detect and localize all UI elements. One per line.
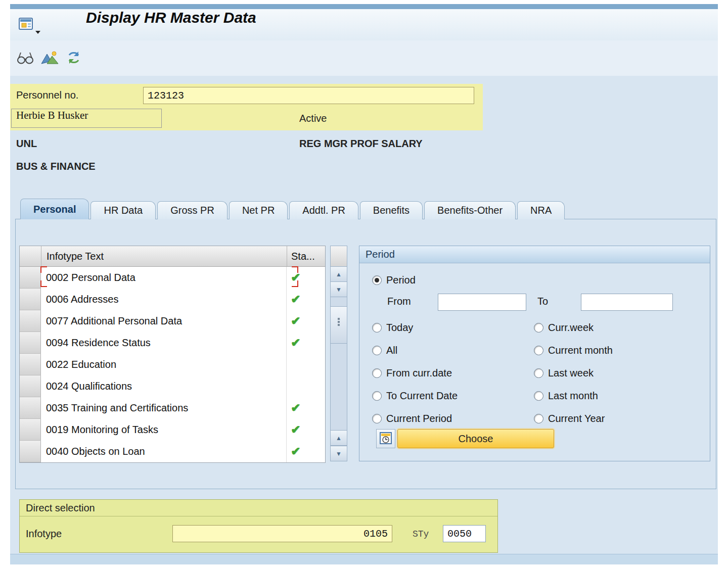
scrollbar-thumb[interactable] xyxy=(330,306,347,344)
green-check-icon: ✔ xyxy=(291,271,300,284)
row-select-button[interactable] xyxy=(20,310,41,332)
green-check-icon: ✔ xyxy=(291,401,300,414)
row-select-button[interactable] xyxy=(20,397,41,419)
radio-icon xyxy=(372,414,382,423)
window-top-strip xyxy=(10,4,718,9)
infotype-row-label[interactable]: 0035 Training and Certifications xyxy=(41,397,287,419)
infotype-row-label[interactable]: 0006 Addresses xyxy=(41,289,287,310)
mountains-overview-icon[interactable] xyxy=(39,48,60,68)
refresh-icon[interactable] xyxy=(64,48,84,68)
tab-nra[interactable]: NRA xyxy=(517,201,565,219)
chevron-down-icon xyxy=(35,31,40,34)
table-row: 0035 Training and Certifications ✔ xyxy=(20,397,325,419)
table-row: 0019 Monitoring of Tasks ✔ xyxy=(20,419,325,441)
direct-selection-group: Direct selection Infotype STy xyxy=(19,499,498,553)
table-scrollbar[interactable]: ▲ ▼ ▲ ▼ xyxy=(330,246,347,461)
radio-label: Current Year xyxy=(548,413,605,424)
radio-today[interactable]: Today xyxy=(372,321,413,334)
radio-curr-week[interactable]: Curr.week xyxy=(534,321,594,334)
infotype-row-label[interactable]: 0040 Objects on Loan xyxy=(41,441,287,462)
subtype-input[interactable] xyxy=(443,525,486,542)
radio-to-current-date[interactable]: To Current Date xyxy=(372,389,458,402)
infotype-row-label[interactable]: 0019 Monitoring of Tasks xyxy=(41,419,287,441)
radio-icon xyxy=(372,346,382,355)
period-from-input[interactable] xyxy=(438,294,526,311)
infotype-row-label[interactable]: 0024 Qualifications xyxy=(41,375,287,397)
transaction-window-icon xyxy=(18,17,38,33)
org-unit-text: BUS & FINANCE xyxy=(16,157,96,175)
table-row: 0040 Objects on Loan ✔ xyxy=(20,441,325,462)
radio-all[interactable]: All xyxy=(372,344,397,357)
row-select-button[interactable] xyxy=(20,289,41,310)
tab-hr-data[interactable]: HR Data xyxy=(90,201,156,219)
green-check-icon: ✔ xyxy=(291,423,300,436)
status-column-header[interactable]: Sta... xyxy=(287,246,325,266)
row-select-button[interactable] xyxy=(20,419,41,441)
radio-icon xyxy=(534,323,543,333)
status-strip xyxy=(10,554,718,564)
radio-icon xyxy=(534,391,543,401)
radio-label: Current month xyxy=(548,345,613,356)
to-label: To xyxy=(537,296,548,307)
row-select-button[interactable] xyxy=(20,267,41,289)
from-label: From xyxy=(387,296,411,307)
radio-icon xyxy=(534,368,543,378)
table-row: 0002 Personal Data ✔ xyxy=(20,267,325,289)
row-select-button[interactable] xyxy=(20,332,41,354)
period-calendar-icon[interactable] xyxy=(376,429,395,448)
radio-label: All xyxy=(386,345,397,356)
period-to-input[interactable] xyxy=(581,294,673,311)
personnel-no-input[interactable] xyxy=(143,87,474,104)
infotype-table: Infotype Text Sta... 0002 Personal Data … xyxy=(19,246,326,463)
glasses-display-icon[interactable] xyxy=(15,48,35,68)
row-select-button[interactable] xyxy=(20,441,41,462)
row-status-cell: ✔ xyxy=(287,397,325,419)
tab-gross-pr[interactable]: Gross PR xyxy=(157,201,228,219)
select-all-column-header[interactable] xyxy=(20,246,41,266)
sap-window: Display HR Master Data xyxy=(10,4,718,564)
radio-current-period[interactable]: Current Period xyxy=(372,412,452,425)
radio-from-curr-date[interactable]: From curr.date xyxy=(372,366,452,380)
scroll-down-icon[interactable]: ▼ xyxy=(331,282,347,297)
transaction-menu-icon[interactable] xyxy=(15,16,41,35)
radio-label: To Current Date xyxy=(386,390,458,402)
tab-benefits-other[interactable]: Benefits-Other xyxy=(424,201,516,219)
scrollbar-track[interactable] xyxy=(331,297,347,430)
infotype-input[interactable] xyxy=(172,525,392,542)
radio-current-year[interactable]: Current Year xyxy=(534,412,605,425)
green-check-icon: ✔ xyxy=(291,445,300,458)
row-status-cell: ✔ xyxy=(287,375,325,397)
infotype-text-column-header[interactable]: Infotype Text xyxy=(41,246,287,266)
scroll-page-up-icon[interactable]: ▲ xyxy=(331,430,347,446)
row-status-cell: ✔ xyxy=(287,267,325,289)
infotype-row-label[interactable]: 0002 Personal Data xyxy=(41,267,287,289)
radio-current-month[interactable]: Current month xyxy=(534,344,613,357)
tab-net-pr[interactable]: Net PR xyxy=(229,201,288,219)
period-panel: Period Period From To Today Curr.week Al… xyxy=(359,246,710,461)
tab-personal[interactable]: Personal xyxy=(20,199,89,219)
row-select-button[interactable] xyxy=(20,375,41,397)
tab-benefits[interactable]: Benefits xyxy=(360,201,423,219)
radio-period[interactable]: Period xyxy=(372,273,416,287)
infotype-row-label[interactable]: 0077 Additional Personal Data xyxy=(41,310,287,332)
radio-last-week[interactable]: Last week xyxy=(534,366,594,380)
radio-label: Today xyxy=(386,322,413,334)
table-row: 0077 Additional Personal Data ✔ xyxy=(20,310,325,332)
employee-name-field[interactable]: Herbie B Husker xyxy=(11,109,162,128)
scroll-page-down-icon[interactable]: ▼ xyxy=(331,446,347,461)
position-text: REG MGR PROF SALARY xyxy=(299,134,423,153)
table-row: 0024 Qualifications ✔ xyxy=(20,375,325,397)
application-toolbar xyxy=(10,40,718,76)
row-select-button[interactable] xyxy=(20,354,41,375)
infotype-row-label[interactable]: 0094 Residence Status xyxy=(41,332,287,354)
radio-period-label: Period xyxy=(386,274,416,286)
infotype-row-label[interactable]: 0022 Education xyxy=(41,354,287,375)
radio-label: Current Period xyxy=(386,413,452,424)
scrollbar-header-spacer xyxy=(331,246,347,267)
tab-addtl-pr[interactable]: Addtl. PR xyxy=(289,201,358,219)
radio-last-month[interactable]: Last month xyxy=(534,389,598,402)
radio-selected-icon xyxy=(372,275,382,285)
choose-button[interactable]: Choose xyxy=(397,429,554,448)
scroll-up-icon[interactable]: ▲ xyxy=(331,267,347,282)
radio-label: Last week xyxy=(548,367,594,379)
